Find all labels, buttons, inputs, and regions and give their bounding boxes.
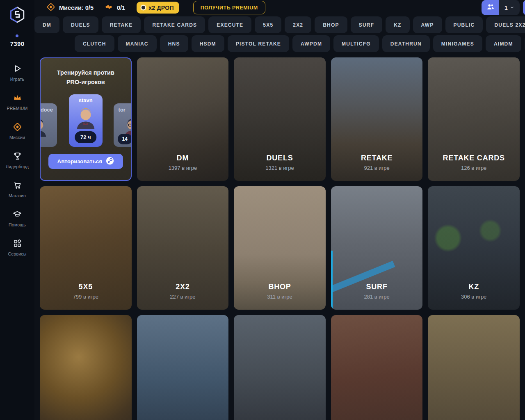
tab-dm[interactable]: DM xyxy=(34,16,59,33)
sidebar-item-play[interactable]: Играть xyxy=(0,64,34,82)
game-card-count: 126 в игре xyxy=(428,165,520,171)
diamond-icon xyxy=(13,122,22,132)
authorize-label: Авторизоваться xyxy=(57,158,102,164)
game-card-count: 306 в игре xyxy=(428,294,520,300)
game-card-grid: Тренируйся против PRO-игроков zdoce 2 ч xyxy=(40,57,525,420)
game-card-label: KZ 306 в игре xyxy=(428,283,520,300)
tab-bhop[interactable]: BHOP xyxy=(315,16,347,33)
sidebar: 7390 Играть PREMIUM Миссии xyxy=(0,0,34,420)
game-card[interactable] xyxy=(428,315,520,420)
sidebar-item-missions[interactable]: Миссии xyxy=(0,122,34,140)
sidebar-item-label: Магазин xyxy=(9,193,26,198)
game-card-5x5[interactable]: 5X5 799 в игре xyxy=(40,186,132,310)
game-card-title: KZ xyxy=(428,283,520,291)
game-card[interactable] xyxy=(40,315,132,420)
pro-player-name: tor xyxy=(119,107,126,113)
game-card-retake[interactable]: RETAKE 921 в игре xyxy=(331,57,423,181)
game-card-count: 1397 в игре xyxy=(137,165,229,171)
sidebar-item-label: Помощь xyxy=(9,222,26,227)
game-card-label: BHOP 311 в игре xyxy=(234,283,326,300)
game-card-retake-cards[interactable]: RETAKE CARDS 126 в игре xyxy=(428,57,520,181)
mode-tabs: DM DUELS RETAKE RETAKE CARDS EXECUTE 5X5… xyxy=(34,16,525,52)
steam-login-button[interactable]: ВОЙТИ ЧЕРЕЗ STEAM xyxy=(523,0,525,15)
party-count-dropdown[interactable]: 1 xyxy=(499,0,520,15)
online-indicator: 7390 xyxy=(10,34,25,47)
tab-5x5[interactable]: 5X5 xyxy=(255,16,281,33)
game-card-title: RETAKE CARDS xyxy=(428,154,520,162)
tab-deathrun[interactable]: DEATHRUN xyxy=(382,35,430,52)
game-card-count: 311 в игре xyxy=(234,294,326,300)
authorize-button[interactable]: Авторизоваться xyxy=(48,154,123,169)
game-card-title: 5X5 xyxy=(40,283,132,291)
tab-multicfg[interactable]: MULTICFG xyxy=(333,35,379,52)
crown-icon xyxy=(12,93,23,103)
game-card-count: 921 в игре xyxy=(331,165,423,171)
trophy-icon xyxy=(13,151,22,161)
game-card-title: RETAKE xyxy=(331,154,423,162)
tab-duels[interactable]: DUELS xyxy=(63,16,98,33)
diamond-icon xyxy=(46,2,55,13)
game-card-bhop[interactable]: BHOP 311 в игре xyxy=(234,186,326,310)
tab-retake-cards[interactable]: RETAKE CARDS xyxy=(144,16,205,33)
pro-player-avatar xyxy=(74,123,98,130)
game-card-dm[interactable]: DM 1397 в игре xyxy=(137,57,229,181)
tab-minigames[interactable]: MINIGAMES xyxy=(433,35,482,52)
tab-execute[interactable]: EXECUTE xyxy=(208,16,251,33)
cs-hexagon-logo-icon xyxy=(8,19,27,26)
topbar-right: 1 ВОЙТИ ЧЕРЕЗ STEAM xyxy=(482,0,525,15)
game-card[interactable] xyxy=(234,315,326,420)
pro-player-card: stavn 72 ч xyxy=(69,94,103,147)
pro-player-name: stavn xyxy=(69,97,103,103)
tab-hns[interactable]: HNS xyxy=(160,35,188,52)
promo-card[interactable]: Тренируйся против PRO-игроков zdoce 2 ч xyxy=(40,57,132,181)
sidebar-item-shop[interactable]: Магазин xyxy=(0,180,34,198)
tab-pistol-retake[interactable]: PISTOL RETAKE xyxy=(228,35,289,52)
bonus-progress[interactable]: 0/1 xyxy=(104,2,125,13)
tab-clutch[interactable]: CLUTCH xyxy=(75,35,114,52)
sidebar-item-premium[interactable]: PREMIUM xyxy=(0,93,34,111)
tab-aimdm[interactable]: AIMDM xyxy=(486,35,521,52)
sidebar-item-services[interactable]: Сервисы xyxy=(0,238,34,256)
game-card-count: 281 в игре xyxy=(331,294,423,300)
game-card-surf[interactable]: SURF 281 в игре xyxy=(331,186,423,310)
game-card-title: DM xyxy=(137,154,229,162)
cart-icon xyxy=(13,180,22,190)
party-control: 1 xyxy=(482,0,520,15)
game-card-title: 2X2 xyxy=(137,283,229,291)
tag-dot-icon xyxy=(142,6,145,9)
sidebar-item-leaderboard[interactable]: Лидерборд xyxy=(0,151,34,169)
pro-player-hours: 14 xyxy=(118,134,132,144)
missions-progress[interactable]: Миссии: 0/5 xyxy=(46,2,94,13)
tab-row-1: DM DUELS RETAKE RETAKE CARDS EXECUTE 5X5… xyxy=(34,16,525,33)
sidebar-item-help[interactable]: Помощь xyxy=(0,209,34,227)
game-card-kz[interactable]: KZ 306 в игре xyxy=(428,186,520,310)
promo-title-line2: PRO-игроков xyxy=(57,78,114,87)
tab-awpdm[interactable]: AWPDM xyxy=(292,35,330,52)
tab-awp[interactable]: AWP xyxy=(413,16,442,33)
app-logo[interactable] xyxy=(8,5,27,26)
tab-duels-2x2[interactable]: DUELS 2X2 xyxy=(486,16,525,33)
topbar: Миссии: 0/5 0/1 х2 ДРОП ПОЛУЧИТЬ PREMIUM xyxy=(34,0,525,15)
tab-maniac[interactable]: MANIAC xyxy=(118,35,157,52)
tab-2x2[interactable]: 2X2 xyxy=(285,16,311,33)
get-premium-button[interactable]: ПОЛУЧИТЬ PREMIUM xyxy=(193,1,265,14)
game-card[interactable] xyxy=(331,315,423,420)
pro-player-card: tor 14 xyxy=(114,103,132,147)
tab-retake[interactable]: RETAKE xyxy=(102,16,141,33)
online-count: 7390 xyxy=(10,40,25,47)
tab-surf[interactable]: SURF xyxy=(351,16,382,33)
tab-hsdm[interactable]: HSDM xyxy=(192,35,224,52)
party-button[interactable] xyxy=(482,0,499,15)
missions-label: Миссии: 0/5 xyxy=(59,5,94,11)
game-card-label: SURF 281 в игре xyxy=(331,283,423,300)
game-card-label: 5X5 799 в игре xyxy=(40,283,132,300)
game-card[interactable] xyxy=(137,315,229,420)
tab-public[interactable]: PUBLIC xyxy=(445,16,483,33)
x2-drop-badge[interactable]: х2 ДРОП xyxy=(137,2,179,14)
tab-kz[interactable]: KZ xyxy=(386,16,409,33)
game-card-duels[interactable]: DUELS 1321 в игре xyxy=(234,57,326,181)
game-card-2x2[interactable]: 2X2 227 в игре xyxy=(137,186,229,310)
pro-player-card: zdoce 2 ч xyxy=(40,103,57,147)
services-grid-icon xyxy=(13,238,22,248)
game-card-label: DUELS 1321 в игре xyxy=(234,154,326,171)
